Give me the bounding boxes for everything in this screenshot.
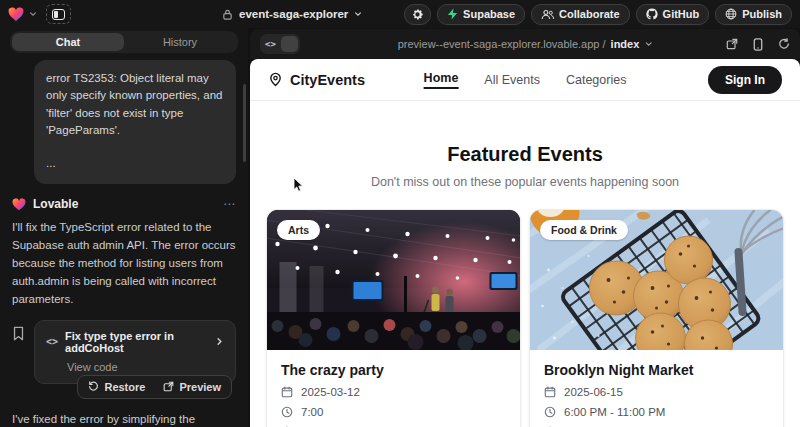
preview-route: index [611,38,640,50]
lock-icon [222,9,233,20]
tool-card-header[interactable]: <> Fix type type error in addCoHost [46,330,224,354]
supabase-button[interactable]: Supabase [437,4,525,25]
preview-mode-knob[interactable] [281,36,298,52]
github-button[interactable]: GitHub [636,4,710,25]
tab-history[interactable]: History [124,33,236,51]
event-time: 7:00 [301,406,323,418]
nav-home[interactable]: Home [424,71,459,89]
event-cards: Arts The crazy party 2025-03-12 7:00 [250,209,800,427]
event-card-brooklyn-market[interactable]: Food & Drink Brooklyn Night Market 2025-… [529,209,784,427]
event-card-body: Brooklyn Night Market 2025-06-15 6:00 PM… [530,350,783,427]
event-date: 2025-06-15 [564,386,623,398]
event-date-row: 2025-03-12 [281,386,506,398]
message-more-options-icon[interactable]: ⋯ [223,197,236,211]
restore-button[interactable]: Restore [83,379,150,395]
tool-card-title: Fix type type error in addCoHost [65,330,208,354]
calendar-icon [281,386,293,398]
collaborate-button[interactable]: Collaborate [531,4,630,25]
mobile-view-icon[interactable] [753,38,763,51]
site-header: CityEvents Home All Events Categories Si… [250,59,800,101]
workspace-chevron-down-icon[interactable] [29,10,37,18]
refresh-icon[interactable] [778,38,790,50]
hero-subtitle: Don't miss out on these popular events h… [250,175,800,189]
event-date: 2025-03-12 [301,386,360,398]
event-time-row: 6:00 PM - 11:00 PM [544,406,769,418]
hero-title: Featured Events [250,143,800,166]
event-date-row: 2025-06-15 [544,386,769,398]
nav-all-events[interactable]: All Events [484,73,540,87]
view-code-link[interactable]: View code [67,361,224,373]
route-chevron-down-icon [644,40,652,48]
main-split: Chat History error TS2353: Object litera… [0,28,800,427]
calendar-icon [544,386,556,398]
nav-categories[interactable]: Categories [566,73,626,87]
app-window: event-saga-explorer Supabase Collaborate… [0,0,800,427]
assistant-header: Lovable ⋯ [12,197,236,211]
category-badge: Food & Drink [540,220,628,240]
user-message-bubble: error TS2353: Object literal may only sp… [34,60,236,184]
event-image-cookies: Food & Drink [530,210,783,350]
event-image-party: Arts [267,210,520,350]
globe-icon [725,8,737,20]
event-card-crazy-party[interactable]: Arts The crazy party 2025-03-12 7:00 [266,209,521,427]
lovable-heart-logo[interactable] [8,7,24,22]
rendered-webview: CityEvents Home All Events Categories Si… [250,59,800,427]
event-time-row: 7:00 [281,406,506,418]
collaborate-people-icon [541,9,554,20]
message-actions: Restore Preview [34,375,232,399]
settings-button[interactable] [404,4,431,25]
tool-card-column: <> Fix type type error in addCoHost View… [34,320,236,403]
preview-actions [726,38,790,51]
preview-url: preview--event-saga-explorer.lovable.app… [398,38,606,50]
preview-button[interactable]: Preview [158,379,226,395]
map-pin-icon [268,72,283,87]
assistant-message-1: I'll fix the TypeScript error related to… [12,219,236,309]
publish-button[interactable]: Publish [715,4,792,25]
message-2-text: I've fixed the error by simplifying the … [12,413,195,427]
github-icon [646,8,658,20]
project-switcher[interactable]: event-saga-explorer [222,8,362,20]
restore-preview-group: Restore Preview [77,375,232,399]
event-title: Brooklyn Night Market [544,362,769,378]
panel-layout-icon [52,9,65,20]
chat-sidebar: Chat History error TS2353: Object litera… [0,28,248,427]
project-chevron-down-icon [354,10,362,18]
sign-in-button[interactable]: Sign In [708,66,782,94]
preview-url-bar[interactable]: preview--event-saga-explorer.lovable.app… [398,38,653,50]
site-brand-name: CityEvents [290,72,365,88]
assistant-name: Lovable [33,197,78,211]
external-link-icon [163,381,174,392]
gear-icon [411,8,424,21]
assistant-message-2: I've fixed the error by simplifying the … [12,411,236,427]
code-preview-toggle[interactable]: <> [260,34,300,54]
hero-section: Featured Events Don't miss out on these … [250,143,800,189]
lovable-avatar-heart-icon [12,198,26,211]
chat-scroll-area[interactable]: error TS2353: Object literal may only sp… [0,53,248,427]
restore-icon [88,381,99,392]
top-bar: event-saga-explorer Supabase Collaborate… [0,0,800,28]
user-message-ellipsis[interactable]: ... [46,155,224,172]
tool-call-row: <> Fix type type error in addCoHost View… [12,320,236,403]
bookmark-icon[interactable] [12,320,25,341]
open-in-new-tab-icon[interactable] [726,38,738,50]
clock-icon [281,406,293,418]
site-brand[interactable]: CityEvents [268,72,365,88]
category-badge: Arts [277,220,320,240]
tab-chat[interactable]: Chat [12,33,124,51]
event-time: 6:00 PM - 11:00 PM [564,406,665,418]
code-mode-icon[interactable]: <> [262,36,279,52]
preview-toolbar: <> preview--event-saga-explorer.lovable.… [250,29,800,59]
event-card-body: The crazy party 2025-03-12 7:00 [267,350,520,427]
chat-scrollbar-thumb[interactable] [243,84,246,162]
sidebar-toggle-button[interactable] [46,4,71,24]
chat-history-tabs: Chat History [10,31,238,53]
chevron-right-icon [215,337,224,346]
event-title: The crazy party [281,362,506,378]
topbar-left [8,4,71,24]
site-nav: Home All Events Categories [424,71,627,89]
project-name: event-saga-explorer [239,8,348,20]
user-message-text: error TS2353: Object literal may only sp… [46,70,224,139]
topbar-actions: Supabase Collaborate GitHub Publish [404,4,792,25]
code-icon: <> [46,336,58,347]
preview-pane: <> preview--event-saga-explorer.lovable.… [248,28,800,427]
